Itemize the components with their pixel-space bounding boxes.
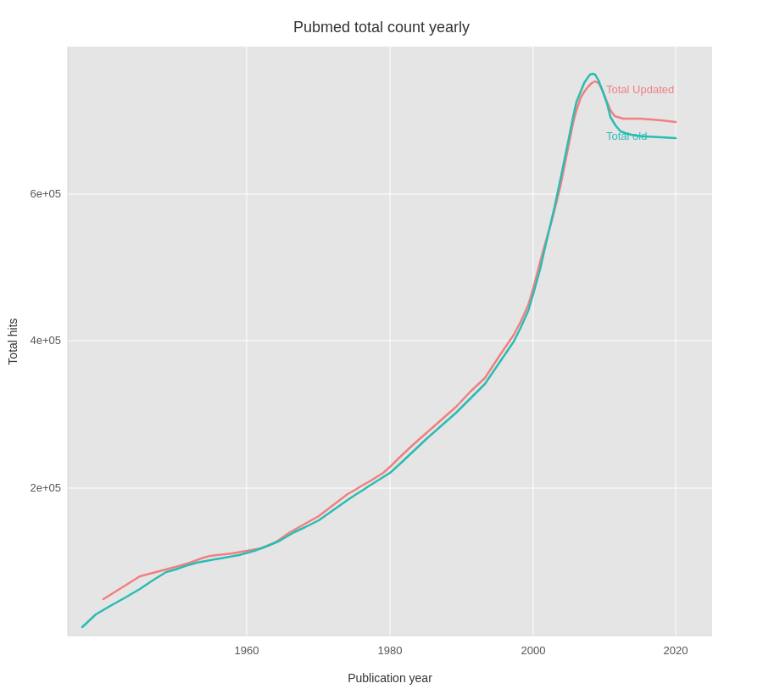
chart-title: Pubmed total count yearly (293, 19, 470, 36)
x-tick-2020: 2020 (664, 644, 688, 657)
y-axis-label: Total hits (6, 318, 19, 364)
chart-container: Pubmed total count yearly 2e+05 4e+05 6e… (0, 0, 763, 700)
x-tick-1960: 1960 (235, 644, 259, 657)
y-tick-600k: 6e+05 (30, 187, 61, 200)
x-tick-2000: 2000 (521, 644, 546, 657)
x-axis-label: Publication year (348, 671, 432, 685)
y-tick-200k: 2e+05 (30, 481, 61, 494)
y-tick-400k: 4e+05 (30, 334, 61, 347)
x-tick-1980: 1980 (378, 644, 403, 657)
legend-total-old: Total old (606, 130, 647, 142)
legend-total-updated: Total Updated (606, 83, 674, 96)
